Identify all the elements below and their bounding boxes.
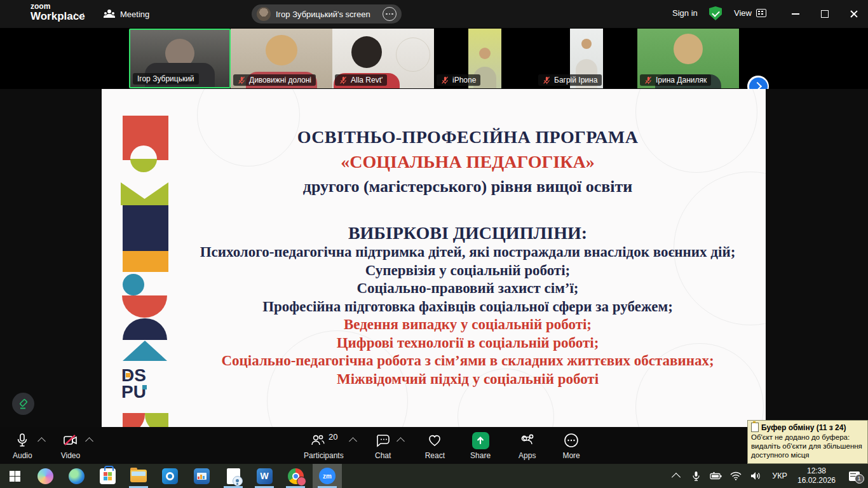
annotate-button[interactable] — [12, 393, 34, 415]
taskbar-chrome[interactable] — [281, 464, 310, 488]
tray-show-hidden-icons[interactable] — [666, 471, 686, 480]
taskbar-contacts-doc[interactable] — [219, 464, 248, 488]
participant-name: iPhone — [452, 76, 476, 85]
file-explorer-icon — [130, 470, 147, 482]
participant-name: Дивовижні долоні — [249, 76, 311, 85]
video-tile-iphone[interactable]: iPhone — [434, 29, 536, 88]
chat-label: Chat — [375, 451, 391, 460]
more-button[interactable]: More — [562, 427, 580, 460]
word-icon: W — [257, 468, 273, 484]
tray-mic-icon[interactable] — [686, 471, 705, 482]
zoom-meeting-window: zoom Workplace Meeting Ігор Зубрицький's… — [0, 0, 868, 488]
video-tile-dyvovyzhni-doloni[interactable]: Дивовижні долоні — [231, 29, 332, 88]
muted-mic-icon — [339, 76, 348, 85]
apps-button[interactable]: Apps — [519, 427, 536, 460]
video-off-icon — [62, 432, 79, 449]
zoom-app-icon: zm — [319, 468, 336, 484]
taskbar-edge[interactable] — [62, 464, 91, 488]
participant-name: Ірина Даниляк — [656, 76, 707, 85]
window-minimize-button[interactable] — [789, 8, 802, 20]
outlook-icon — [162, 468, 178, 484]
more-options-icon[interactable] — [383, 7, 397, 21]
more-label: More — [562, 451, 580, 460]
video-button[interactable]: Video — [61, 427, 80, 460]
video-tile-iryna-danyliak[interactable]: Ірина Даниляк — [637, 29, 739, 88]
logo-bottom-green-shape — [145, 413, 168, 427]
edge-icon — [69, 468, 85, 484]
clipboard-tooltip: Буфер обміну (11 з 24) Об'єкт не додано … — [747, 420, 868, 464]
slide-list-item: Супервізія у соціальній роботі; — [181, 262, 754, 280]
taskbar-zoom-active[interactable]: zm — [313, 464, 342, 488]
participant-name: Ігор Зубрицький — [137, 74, 194, 83]
slide-title-line3: другого (магістерського) рівня вищої осв… — [181, 177, 754, 196]
slide-list-item: Психолого-педагогічна підтримка дітей, я… — [181, 243, 754, 262]
slide-list-item: Цифрові технології в соціальній роботі; — [181, 334, 754, 353]
logo-navy-square — [123, 205, 168, 251]
clipboard-tooltip-title: Буфер обміну (11 з 24) — [761, 423, 846, 432]
taskbar-copilot[interactable] — [31, 464, 60, 488]
tray-clock[interactable]: 12:38 16.02.2026 — [793, 466, 840, 485]
video-tile-bahrii-iryna[interactable]: Багрій Ірина — [536, 29, 637, 88]
windows-taskbar: W zm УКР 12:38 16.02.2026 — [0, 464, 868, 488]
muted-mic-icon — [441, 76, 449, 85]
view-label: View — [734, 8, 752, 18]
presentation-app-icon — [194, 468, 210, 484]
video-options-caret[interactable] — [85, 437, 93, 445]
windows-logo-icon — [10, 471, 20, 482]
audio-options-caret[interactable] — [37, 437, 46, 445]
react-button[interactable]: React — [425, 427, 445, 460]
tab-meeting[interactable]: Meeting — [104, 5, 149, 23]
muted-mic-icon — [543, 76, 551, 85]
notification-badge: 1 — [855, 474, 864, 484]
shared-screen-label: Ігор Зубрицький's screen — [276, 10, 370, 19]
participants-button[interactable]: 20 Participants — [304, 427, 344, 460]
window-restore-button[interactable] — [818, 8, 831, 20]
participants-options-caret[interactable] — [349, 437, 357, 445]
tray-notification-center[interactable]: 1 — [840, 471, 868, 481]
chat-options-caret[interactable] — [397, 437, 405, 445]
share-button[interactable]: Share — [470, 427, 491, 460]
muted-mic-icon — [238, 76, 246, 85]
slide-list-item: Професійна підготовка фахівців соціально… — [181, 298, 754, 316]
heart-icon — [427, 432, 442, 449]
taskbar-word[interactable]: W — [250, 464, 279, 488]
taskbar-outlook[interactable] — [155, 464, 184, 488]
logo-teal-circle — [123, 274, 144, 295]
logo-teal-triangle — [123, 341, 167, 361]
view-button[interactable]: View — [734, 8, 766, 18]
video-tile-igor-zubrytskyi[interactable]: Ігор Зубрицький — [129, 29, 231, 88]
tray-battery-icon[interactable] — [705, 472, 726, 480]
slide-list-item: Міжвідомчий підхід у соціальній роботі — [181, 370, 754, 389]
shared-screen-pill[interactable]: Ігор Зубрицький's screen — [252, 4, 402, 24]
tray-wifi-icon[interactable] — [726, 471, 745, 480]
chat-button[interactable]: Chat — [375, 427, 391, 460]
participant-name-tag: Ігор Зубрицький — [133, 73, 199, 85]
pencil-icon — [18, 398, 29, 410]
tray-volume-icon[interactable] — [745, 471, 766, 480]
apps-icon — [519, 432, 536, 449]
window-close-button[interactable] — [848, 8, 860, 20]
participants-icon: 20 — [309, 432, 337, 449]
copilot-icon — [37, 468, 53, 484]
participant-name-tag: Багрій Ірина — [538, 74, 602, 86]
sign-in-button[interactable]: Sign in — [672, 8, 698, 18]
share-label: Share — [470, 451, 491, 460]
taskbar-presentation-app[interactable] — [187, 464, 216, 488]
logo-text-zoom: zoom — [31, 3, 85, 10]
logo-half-circle — [130, 146, 157, 172]
video-tile-alla-revt[interactable]: Alla Revt' — [332, 29, 434, 88]
start-button[interactable] — [0, 464, 29, 488]
wall-clock — [396, 37, 430, 72]
microsoft-store-icon — [100, 468, 116, 484]
tray-language-indicator[interactable]: УКР — [766, 471, 793, 480]
taskbar-store[interactable] — [93, 464, 122, 488]
audio-button[interactable]: Audio — [13, 427, 32, 460]
chat-icon — [375, 432, 391, 449]
taskbar-file-explorer[interactable] — [124, 464, 153, 488]
slide-title-line1: ОСВІТНЬО-ПРОФЕСІЙНА ПРОГРАМА — [181, 127, 754, 147]
participant-name-tag: Дивовижні долоні — [233, 74, 316, 86]
title-bar: zoom Workplace Meeting Ігор Зубрицький's… — [0, 0, 868, 28]
slide-text-block: ОСВІТНЬО-ПРОФЕСІЙНА ПРОГРАМА «СОЦІАЛЬНА … — [181, 89, 754, 388]
chrome-icon — [288, 468, 304, 484]
security-shield-icon[interactable] — [709, 6, 722, 20]
